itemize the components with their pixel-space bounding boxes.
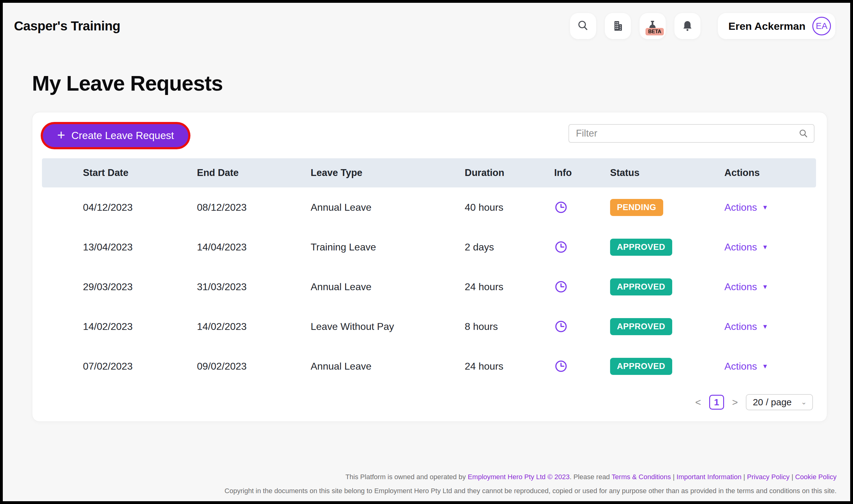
cell-end-date: 09/02/2023	[197, 361, 311, 372]
cell-start-date: 13/04/2023	[83, 241, 197, 253]
user-menu[interactable]: Eren Ackerman EA	[718, 13, 835, 39]
cell-actions: Actions ▼	[725, 321, 816, 332]
pagination: < 1 > 20 / page ⌄	[695, 394, 813, 410]
footer-text: . Please read	[570, 473, 612, 481]
employment-hero-link[interactable]: Employment Hero Pty Ltd © 2023	[468, 473, 570, 481]
footer-text: This Platform is owned and operated by	[345, 473, 468, 481]
terms-conditions-link[interactable]: Terms & Conditions	[612, 473, 671, 481]
organisation-button[interactable]	[605, 13, 631, 39]
column-header-leave-type: Leave Type	[311, 167, 465, 178]
column-header-start-date: Start Date	[83, 167, 197, 178]
cell-status: APPROVED	[610, 278, 725, 295]
search-button[interactable]	[570, 13, 596, 39]
create-leave-request-button[interactable]: + Create Leave Request	[43, 124, 188, 147]
actions-dropdown[interactable]: Actions ▼	[725, 202, 768, 213]
page-size-value: 20 / page	[753, 397, 791, 408]
brand-title: Casper's Training	[14, 19, 120, 34]
cell-status: PENDING	[610, 199, 725, 216]
cell-duration: 2 days	[465, 241, 554, 253]
cell-start-date: 07/02/2023	[83, 361, 197, 372]
status-badge: APPROVED	[610, 318, 672, 335]
cell-duration: 24 hours	[465, 361, 554, 372]
status-badge: APPROVED	[610, 358, 672, 375]
actions-dropdown[interactable]: Actions ▼	[725, 281, 768, 293]
footer-separator: |	[790, 473, 795, 481]
cell-end-date: 14/02/2023	[197, 321, 311, 332]
table-row: 29/03/2023 31/03/2023 Annual Leave 24 ho…	[42, 267, 816, 307]
actions-label: Actions	[725, 241, 757, 253]
table-header-row: Start Date End Date Leave Type Duration …	[42, 158, 816, 187]
leave-requests-table: Start Date End Date Leave Type Duration …	[42, 158, 816, 386]
status-badge: APPROVED	[610, 239, 672, 256]
important-information-link[interactable]: Important Information	[677, 473, 742, 481]
cell-actions: Actions ▼	[725, 202, 816, 213]
clock-info-icon[interactable]	[554, 280, 610, 293]
cell-info	[554, 200, 610, 214]
cell-start-date: 14/02/2023	[83, 321, 197, 332]
actions-dropdown[interactable]: Actions ▼	[725, 321, 768, 332]
chevron-down-icon: ▼	[762, 204, 768, 211]
cell-info	[554, 359, 610, 373]
notifications-button[interactable]	[674, 13, 700, 39]
chevron-down-icon: ▼	[762, 283, 768, 290]
cookie-policy-link[interactable]: Cookie Policy	[795, 473, 837, 481]
table-body: 04/12/2023 08/12/2023 Annual Leave 40 ho…	[42, 187, 816, 386]
actions-dropdown[interactable]: Actions ▼	[725, 241, 768, 253]
footer-line-2: Copyright in the documents on this site …	[16, 486, 837, 496]
actions-label: Actions	[725, 321, 757, 332]
cell-start-date: 04/12/2023	[83, 202, 197, 213]
filter-input[interactable]	[569, 124, 815, 143]
column-header-info: Info	[554, 167, 610, 178]
cell-duration: 24 hours	[465, 281, 554, 293]
cell-status: APPROVED	[610, 358, 725, 375]
clock-info-icon[interactable]	[554, 359, 610, 373]
building-icon	[612, 20, 624, 33]
cell-leave-type: Training Leave	[311, 241, 465, 253]
current-page-button[interactable]: 1	[709, 395, 724, 410]
privacy-policy-link[interactable]: Privacy Policy	[747, 473, 790, 481]
filter-field-wrap	[569, 124, 815, 143]
table-row: 07/02/2023 09/02/2023 Annual Leave 24 ho…	[42, 346, 816, 386]
footer-separator: |	[671, 473, 677, 481]
actions-label: Actions	[725, 202, 757, 213]
panel-toolbar: + Create Leave Request	[32, 112, 827, 147]
avatar: EA	[812, 17, 831, 35]
footer: This Platform is owned and operated by E…	[16, 472, 837, 496]
filter-search-icon	[798, 128, 809, 140]
user-name: Eren Ackerman	[728, 20, 805, 32]
clock-info-icon[interactable]	[554, 320, 610, 333]
cell-actions: Actions ▼	[725, 361, 816, 372]
column-header-status: Status	[610, 167, 725, 178]
chevron-down-icon: ▼	[762, 323, 768, 330]
topbar-icon-group: BETA Eren Ackerman EA	[570, 13, 835, 39]
actions-dropdown[interactable]: Actions ▼	[725, 361, 768, 372]
cell-end-date: 14/04/2023	[197, 241, 311, 253]
previous-page-button[interactable]: <	[695, 397, 701, 408]
cell-leave-type: Annual Leave	[311, 202, 465, 213]
leave-requests-panel: + Create Leave Request Start Date End Da…	[32, 112, 827, 422]
cell-info	[554, 320, 610, 333]
page-title: My Leave Requests	[32, 71, 850, 95]
clock-info-icon[interactable]	[554, 200, 610, 214]
cell-actions: Actions ▼	[725, 241, 816, 253]
next-page-button[interactable]: >	[732, 397, 738, 408]
cell-leave-type: Annual Leave	[311, 281, 465, 293]
app-window: Casper's Training	[0, 0, 853, 504]
status-badge: PENDING	[610, 199, 663, 216]
beta-features-button[interactable]: BETA	[640, 13, 666, 39]
top-bar: Casper's Training	[3, 3, 850, 49]
actions-label: Actions	[725, 361, 757, 372]
table-row: 04/12/2023 08/12/2023 Annual Leave 40 ho…	[42, 187, 816, 227]
beta-badge: BETA	[645, 28, 663, 35]
cell-leave-type: Annual Leave	[311, 361, 465, 372]
cell-info	[554, 280, 610, 293]
cell-duration: 8 hours	[465, 321, 554, 332]
cell-duration: 40 hours	[465, 202, 554, 213]
page-size-select[interactable]: 20 / page ⌄	[746, 394, 813, 410]
column-header-actions: Actions	[725, 167, 816, 178]
clock-info-icon[interactable]	[554, 240, 610, 254]
actions-label: Actions	[725, 281, 757, 293]
cell-actions: Actions ▼	[725, 281, 816, 293]
chevron-down-icon: ▼	[762, 363, 768, 370]
cell-end-date: 31/03/2023	[197, 281, 311, 293]
